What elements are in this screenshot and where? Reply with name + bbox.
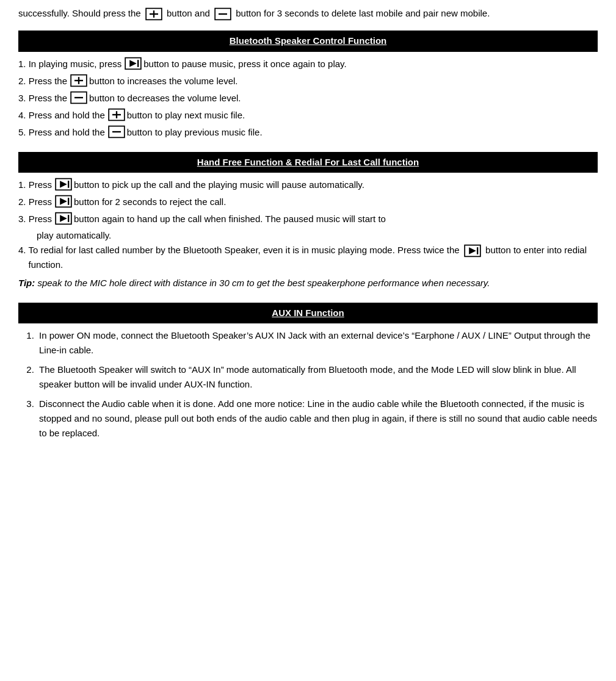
list-item: 5. Press and hold the button to play pre… bbox=[18, 125, 598, 140]
intro-text-start: successfully. Should press the bbox=[18, 8, 141, 18]
item-number: 2. Press bbox=[18, 195, 52, 209]
minus-icon-intro bbox=[214, 7, 231, 21]
play-icon-bt1 bbox=[125, 57, 142, 70]
item-number: 1. Press bbox=[18, 178, 52, 192]
item-text: In power ON mode, connect the Bluetooth … bbox=[39, 330, 590, 355]
list-item: In power ON mode, connect the Bluetooth … bbox=[37, 328, 598, 358]
minus-icon-bt5 bbox=[108, 125, 125, 139]
item-text: button to pick up the call and the playi… bbox=[74, 178, 364, 192]
intro-paragraph: successfully. Should press the button an… bbox=[18, 6, 598, 21]
item-number: 5. Press and hold the bbox=[18, 125, 105, 140]
tip-text: speak to the MIC hole direct with distan… bbox=[35, 278, 490, 288]
item-number: 3. Press the bbox=[18, 91, 67, 106]
handsfree-section: Hand Free Function & Redial For Last Cal… bbox=[18, 152, 598, 290]
intro-text-middle: button and bbox=[167, 8, 210, 18]
auxin-section-header: AUX IN Function bbox=[18, 303, 598, 324]
bluetooth-section-header: Bluetooth Speaker Control Function bbox=[18, 31, 598, 52]
play-icon-hf1 bbox=[55, 178, 72, 191]
list-item: 4. To redial for last called number by t… bbox=[18, 243, 598, 272]
list-item: 4. Press and hold the button to play nex… bbox=[18, 108, 598, 123]
play-icon-hf3 bbox=[55, 212, 72, 225]
list-item: 3. Press the button to decreases the vol… bbox=[18, 91, 598, 106]
plus-icon-intro bbox=[145, 7, 162, 21]
item-text: button again to hand up the call when fi… bbox=[74, 212, 386, 226]
intro-text-end: button for 3 seconds to delete last mobi… bbox=[236, 8, 490, 18]
item-text: button to pause music, press it once aga… bbox=[143, 57, 346, 71]
auxin-list: In power ON mode, connect the Bluetooth … bbox=[18, 328, 598, 441]
minus-icon-bt3 bbox=[70, 91, 87, 104]
item-text: Disconnect the Audio cable when it is do… bbox=[39, 398, 597, 438]
item-number: 1. In playing music, press bbox=[18, 57, 121, 71]
item-text: button to play previous music file. bbox=[127, 125, 263, 140]
list-item: Disconnect the Audio cable when it is do… bbox=[37, 397, 598, 441]
item-number: 2. Press the bbox=[18, 74, 67, 88]
list-item: 1. In playing music, press button to pau… bbox=[18, 57, 598, 71]
list-item: 1. Press button to pick up the call and … bbox=[18, 178, 598, 192]
list-item: 2. Press the button to increases the vol… bbox=[18, 74, 598, 88]
handsfree-section-header: Hand Free Function & Redial For Last Cal… bbox=[18, 152, 598, 173]
item-text: The Bluetooth Speaker will switch to “AU… bbox=[39, 364, 576, 389]
item-number: 3. Press bbox=[18, 212, 52, 226]
list-item: 3. Press button again to hand up the cal… bbox=[18, 212, 598, 243]
tip-label: Tip: bbox=[18, 278, 35, 288]
bluetooth-section: Bluetooth Speaker Control Function 1. In… bbox=[18, 31, 598, 140]
play-icon-hf2 bbox=[55, 195, 72, 208]
plus-icon-bt4 bbox=[108, 108, 125, 121]
list-item: The Bluetooth Speaker will switch to “AU… bbox=[37, 362, 598, 392]
item-text: button for 2 seconds to reject the call. bbox=[74, 195, 226, 209]
item-text: To redial for last called number by the … bbox=[29, 243, 598, 272]
auxin-section: AUX IN Function In power ON mode, connec… bbox=[18, 303, 598, 441]
item-text: button to increases the volume level. bbox=[89, 74, 237, 88]
plus-icon-bt2 bbox=[70, 74, 87, 87]
list-item: 2. Press button for 2 seconds to reject … bbox=[18, 195, 598, 209]
item-number: 4. Press and hold the bbox=[18, 108, 105, 123]
play-icon-hf4 bbox=[464, 244, 481, 258]
item-text: button to decreases the volume level. bbox=[89, 91, 241, 106]
item-text: button to play next music file. bbox=[127, 108, 245, 123]
tip-paragraph: Tip: speak to the MIC hole direct with d… bbox=[18, 276, 598, 290]
item-continuation: play automatically. bbox=[18, 229, 598, 243]
item-number: 4. bbox=[18, 243, 26, 258]
